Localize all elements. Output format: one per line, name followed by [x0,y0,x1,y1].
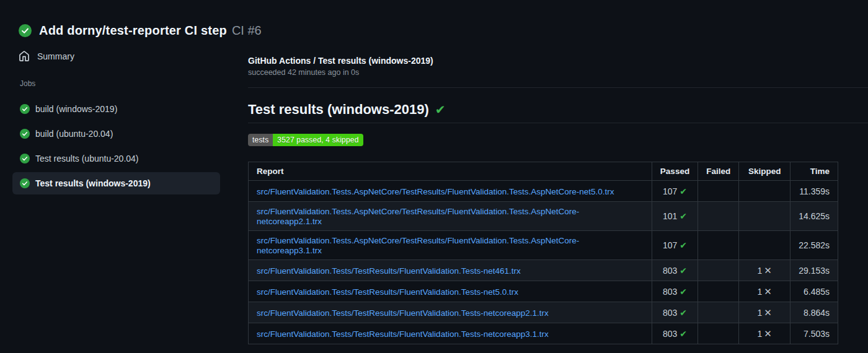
report-file-link[interactable]: src/FluentValidation.Tests/TestResults/F… [257,329,549,339]
report-file-link[interactable]: src/FluentValidation.Tests.AspNetCore/Te… [257,236,579,255]
passed-count: 101 [663,211,677,221]
passed-cell: 107✔ [652,231,698,260]
sidebar-job-item-2[interactable]: build (ubuntu-20.04) [12,123,220,145]
header-divider [248,87,868,88]
table-header-row: ReportPassedFailedSkippedTime [249,162,838,181]
column-header-failed: Failed [698,162,739,181]
table-row: src/FluentValidation.Tests.AspNetCore/Te… [249,202,838,231]
failed-cell [698,302,739,323]
report-file-link[interactable]: src/FluentValidation.Tests.AspNetCore/Te… [257,207,579,226]
failed-cell [698,260,739,281]
skipped-x-icon: ✕ [764,328,772,339]
sidebar-jobs-list: build (windows-2019)build (ubuntu-20.04)… [12,98,248,194]
content-area: Summary Jobs build (windows-2019)build (… [0,41,868,344]
passed-check-icon: ✔ [680,266,687,276]
sidebar-job-item-1[interactable]: build (windows-2019) [12,98,220,120]
column-header-report: Report [249,162,652,181]
table-body: src/FluentValidation.Tests.AspNetCore/Te… [249,181,838,344]
report-file-link[interactable]: src/FluentValidation.Tests/TestResults/F… [257,287,518,297]
section-heading-text: Test results (windows-2019) [248,102,429,117]
sidebar-item-summary[interactable]: Summary [12,47,248,66]
sidebar: Summary Jobs build (windows-2019)build (… [0,41,248,344]
report-file-link[interactable]: src/FluentValidation.Tests/TestResults/F… [257,266,521,276]
skipped-x-icon: ✕ [764,307,772,318]
report-file-link[interactable]: src/FluentValidation.Tests/TestResults/F… [257,308,549,318]
section-heading: Test results (windows-2019)✔ [248,100,868,123]
job-label: Test results (ubuntu-20.04) [35,154,139,163]
skipped-cell: 1✕ [739,260,790,281]
time-cell: 29.153s [790,260,838,281]
job-success-check-circle-icon [20,178,30,188]
column-header-skipped: Skipped [739,162,790,181]
passed-check-icon: ✔ [680,211,687,221]
tests-badge-label: tests [248,134,273,146]
passed-check-icon: ✔ [680,329,687,339]
passed-count: 803 [663,266,677,276]
table-row: src/FluentValidation.Tests/TestResults/F… [249,281,838,302]
time-cell: 6.485s [790,281,838,302]
table-row: src/FluentValidation.Tests.AspNetCore/Te… [249,181,838,202]
report-cell: src/FluentValidation.Tests/TestResults/F… [249,281,652,302]
passed-count: 107 [663,186,677,196]
sidebar-job-item-4[interactable]: Test results (windows-2019) [12,172,220,194]
passed-check-icon: ✔ [680,240,687,250]
tests-badge: tests 3527 passed, 4 skipped [248,134,363,146]
test-results-table: ReportPassedFailedSkippedTime src/Fluent… [248,162,838,344]
job-success-check-circle-icon [20,129,30,139]
table-row: src/FluentValidation.Tests.AspNetCore/Te… [249,231,838,260]
column-header-time: Time [790,162,838,181]
passed-count: 107 [663,240,677,250]
passed-check-icon: ✔ [680,308,687,318]
passed-cell: 803✔ [652,302,698,323]
passed-cell: 101✔ [652,202,698,231]
time-cell: 7.503s [790,323,838,344]
report-cell: src/FluentValidation.Tests/TestResults/F… [249,323,652,344]
report-cell: src/FluentValidation.Tests.AspNetCore/Te… [249,181,652,202]
failed-cell [698,202,739,231]
failed-cell [698,281,739,302]
run-header-bar: Add dorny/test-reporter CI step CI #6 [0,0,868,41]
skipped-x-icon: ✕ [764,286,772,297]
time-cell: 14.625s [790,202,838,231]
table-header: ReportPassedFailedSkippedTime [249,162,838,181]
skipped-cell [739,202,790,231]
heading-success-check-icon: ✔ [435,103,446,116]
skipped-cell [739,181,790,202]
run-number: CI #6 [232,24,262,38]
report-cell: src/FluentValidation.Tests.AspNetCore/Te… [249,231,652,260]
passed-check-icon: ✔ [680,287,687,297]
column-header-passed: Passed [652,162,698,181]
skipped-cell: 1✕ [739,302,790,323]
skipped-cell [739,231,790,260]
table-row: src/FluentValidation.Tests/TestResults/F… [249,323,838,344]
time-cell: 8.864s [790,302,838,323]
sidebar-job-item-3[interactable]: Test results (ubuntu-20.04) [12,147,220,170]
run-success-check-circle-icon [19,24,32,37]
job-label: build (ubuntu-20.04) [35,129,113,139]
skipped-x-icon: ✕ [764,265,772,276]
skipped-count: 1 [757,308,762,318]
report-file-link[interactable]: src/FluentValidation.Tests.AspNetCore/Te… [257,187,614,196]
failed-cell [698,323,739,344]
job-success-check-circle-icon [20,154,30,163]
summary-label: Summary [37,51,74,61]
skipped-cell: 1✕ [739,281,790,302]
job-success-check-circle-icon [20,104,30,114]
passed-cell: 803✔ [652,323,698,344]
home-icon [19,51,30,62]
time-cell: 11.359s [790,181,838,202]
passed-cell: 803✔ [652,281,698,302]
failed-cell [698,181,739,202]
jobs-section-label: Jobs [20,79,248,88]
passed-check-icon: ✔ [680,186,687,196]
main-panel: GitHub Actions / Test results (windows-2… [248,41,868,344]
report-cell: src/FluentValidation.Tests/TestResults/F… [249,260,652,281]
passed-count: 803 [663,329,677,339]
skipped-count: 1 [757,266,762,276]
job-label: Test results (windows-2019) [35,178,151,188]
passed-count: 803 [663,287,677,297]
report-cell: src/FluentValidation.Tests/TestResults/F… [249,302,652,323]
passed-cell: 803✔ [652,260,698,281]
skipped-cell: 1✕ [739,323,790,344]
failed-cell [698,231,739,260]
